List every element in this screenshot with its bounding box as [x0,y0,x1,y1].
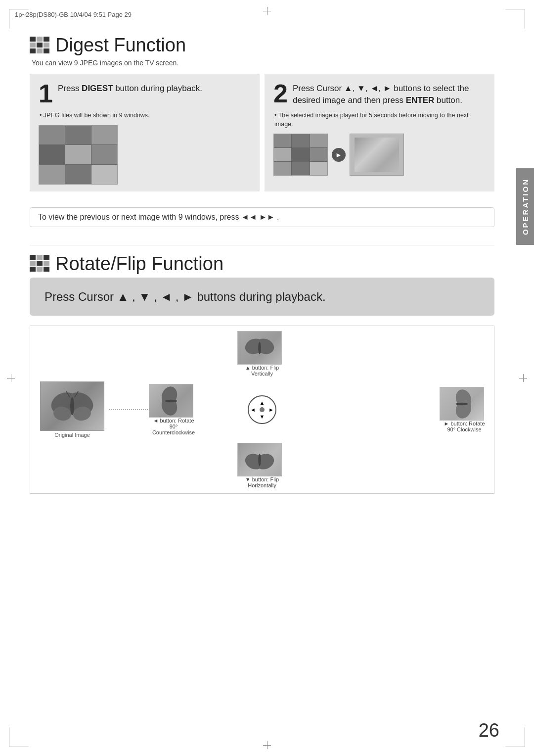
reg-line [9,727,9,747]
rotate-title-row: Rotate/Flip Function [30,253,494,275]
left-label: ◄ button: Rotate 90° Counterclockwise [149,418,198,435]
original-label: Original Image [40,432,104,438]
reg-line [525,9,525,29]
arrow-icon: ► [332,148,346,162]
step1-number: 1 [39,81,53,106]
down-label: ▼ button: Flip Horizontally [237,476,287,488]
reg-line [9,9,9,29]
center-mark-right [519,374,527,382]
section-divider [30,245,494,245]
step2-images: ► [273,134,486,176]
diagram-area: Original Image ▲ button: Flip Vertically [30,326,494,494]
digest-title: Digest Function [55,35,186,56]
center-mark-bottom [263,741,271,749]
step2-text: Press Cursor ▲, ▼, ◄, ► buttons to selec… [293,81,486,106]
step1-box: 1 Press DIGEST button during playback. J… [30,74,260,191]
up-label: ▲ button: Flip Vertically [237,365,287,377]
step1-text: Press DIGEST button during playback. [58,81,202,94]
reg-line [525,727,525,747]
digest-subtitle: You can view 9 JPEG images on the TV scr… [32,59,494,67]
nav-pad: ▲ ◄ ► ▼ [248,395,276,424]
digest-section: Digest Function You can view 9 JPEG imag… [30,35,494,237]
rotate-instruction-box: Press Cursor ▲ , ▼ , ◄ , ► buttons durin… [30,278,494,316]
step2-box: 2 Press Cursor ▲, ▼, ◄, ► buttons to sel… [265,74,494,191]
svg-point-9 [258,342,261,354]
nav-note: To view the previous or next image with … [30,207,494,227]
step2-number: 2 [273,81,288,106]
page-number: 26 [479,720,499,741]
rotate-icon [30,255,50,273]
rotate-section: Rotate/Flip Function Press Cursor ▲ , ▼ … [30,253,494,494]
steps-container: 1 Press DIGEST button during playback. J… [30,74,494,191]
main-content: Digest Function You can view 9 JPEG imag… [30,35,494,726]
step2-bullet: The selected image is played for 5 secon… [273,111,486,129]
digest-title-row: Digest Function [30,35,494,56]
reg-line [9,9,29,9]
step1-bullet: JPEG files will be shown in 9 windows. [39,111,251,120]
rotate-title: Rotate/Flip Function [55,253,223,275]
print-info: 1p~28p(DS80)-GB 10/4/04 9:51 Page 29 [15,11,132,18]
operation-tab: OPERATION [516,168,534,245]
reg-line [9,747,29,747]
center-mark-left [7,374,15,382]
right-label: ► button: Rotate 90° Clockwise [440,421,489,432]
digest-icon [30,37,50,54]
rotate-instruction: Press Cursor ▲ , ▼ , ◄ , ► buttons durin… [44,288,480,305]
reg-line [505,747,525,747]
center-mark-top [263,7,271,15]
reg-line [505,9,525,9]
svg-point-4 [70,397,74,415]
